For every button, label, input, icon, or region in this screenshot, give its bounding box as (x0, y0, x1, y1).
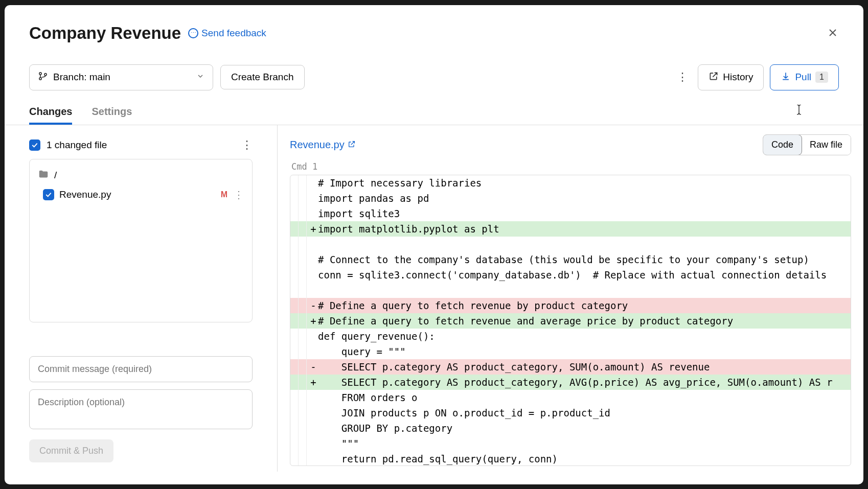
diff-line: - SELECT p.category AS product_category,… (290, 359, 851, 375)
close-button[interactable] (824, 24, 842, 42)
file-menu-button[interactable]: ⋮ (234, 189, 244, 201)
pull-label: Pull (795, 72, 811, 83)
diff-viewer[interactable]: # Import necessary libraries import pand… (290, 175, 851, 466)
file-checkbox[interactable] (43, 189, 54, 200)
gutter (290, 313, 299, 329)
diff-line: import sqlite3 (290, 206, 851, 221)
diff-marker: - (309, 359, 318, 375)
download-icon (781, 71, 791, 84)
commit-push-button[interactable]: Commit & Push (29, 439, 113, 462)
gutter (299, 175, 307, 191)
diff-line: +# Define a query to fetch revenue and a… (290, 313, 851, 329)
svg-point-1 (39, 77, 41, 79)
diff-marker (309, 451, 318, 466)
diff-marker: - (309, 298, 318, 313)
gutter (290, 191, 299, 206)
gutter (290, 206, 299, 221)
close-icon (827, 27, 839, 39)
gutter (299, 191, 307, 206)
changes-sidebar: 1 changed file ⋮ / Revenue.py M (5, 125, 278, 472)
diff-code: # Import necessary libraries (318, 175, 851, 191)
diff-panel: Revenue.py Code Raw file Cmd 1 # Import … (278, 125, 863, 472)
commit-section: Commit & Push (29, 340, 253, 462)
diff-code: JOIN products p ON o.product_id = p.prod… (318, 405, 851, 421)
tree-root[interactable]: / (37, 166, 245, 185)
diff-line (290, 283, 851, 298)
diff-code: SELECT p.category AS product_category, A… (318, 375, 851, 390)
branch-label: Branch: main (53, 72, 110, 83)
chat-icon (188, 28, 198, 38)
diff-marker (309, 175, 318, 191)
gutter (299, 375, 307, 390)
gutter (299, 206, 307, 221)
content-area: 1 changed file ⋮ / Revenue.py M (5, 125, 863, 472)
gutter (290, 405, 299, 421)
tab-changes[interactable]: Changes (29, 101, 72, 125)
gutter (299, 313, 307, 329)
gutter (299, 267, 307, 283)
modified-badge: M (221, 190, 227, 199)
svg-point-2 (44, 73, 47, 75)
git-modal: Company Revenue Send feedback Branch: ma… (5, 5, 863, 484)
gutter (299, 421, 307, 436)
commit-message-input[interactable] (29, 356, 253, 382)
gutter (290, 298, 299, 313)
tab-settings[interactable]: Settings (92, 101, 132, 125)
gutter (290, 283, 299, 298)
diff-line: def query_revenue(): (290, 329, 851, 344)
file-tree: / Revenue.py M ⋮ (29, 159, 253, 322)
diff-code: import matplotlib.pyplot as plt (318, 221, 851, 237)
modal-header: Company Revenue Send feedback (5, 5, 863, 52)
diff-code: GROUP BY p.category (318, 421, 851, 436)
commit-description-input[interactable] (29, 389, 253, 429)
diff-line: +import matplotlib.pyplot as plt (290, 221, 851, 237)
gutter (290, 267, 299, 283)
file-link[interactable]: Revenue.py (290, 139, 356, 151)
diff-marker: + (309, 313, 318, 329)
gutter (299, 237, 307, 252)
diff-marker (309, 191, 318, 206)
gutter (299, 221, 307, 237)
gutter (290, 451, 299, 466)
cmd-label: Cmd 1 (290, 159, 851, 175)
code-view-button[interactable]: Code (763, 134, 802, 155)
external-link-icon (709, 71, 719, 84)
history-button[interactable]: History (698, 64, 764, 90)
toolbar-menu-button[interactable]: ⋮ (673, 68, 692, 86)
diff-marker (309, 283, 318, 298)
gutter (299, 329, 307, 344)
diff-line: + SELECT p.category AS product_category,… (290, 375, 851, 390)
diff-marker (309, 405, 318, 421)
gutter (290, 329, 299, 344)
gutter (299, 359, 307, 375)
diff-line: # Connect to the company's database (thi… (290, 252, 851, 267)
create-branch-button[interactable]: Create Branch (220, 65, 305, 89)
svg-point-0 (39, 72, 41, 74)
diff-marker (309, 252, 318, 267)
diff-marker (309, 206, 318, 221)
gutter (290, 252, 299, 267)
tree-file-item[interactable]: Revenue.py M ⋮ (37, 185, 245, 204)
branch-selector[interactable]: Branch: main (29, 64, 213, 90)
send-feedback-link[interactable]: Send feedback (188, 28, 266, 39)
diff-code: import pandas as pd (318, 191, 851, 206)
diff-code: def query_revenue(): (318, 329, 851, 344)
file-link-label: Revenue.py (290, 139, 345, 151)
raw-view-button[interactable]: Raw file (802, 135, 851, 155)
diff-code: # Connect to the company's database (thi… (318, 252, 851, 267)
gutter (299, 298, 307, 313)
select-all-checkbox[interactable] (29, 139, 40, 151)
gutter (290, 421, 299, 436)
gutter (290, 359, 299, 375)
diff-line: return pd.read_sql_query(query, conn) (290, 451, 851, 466)
sidebar-menu-button[interactable]: ⋮ (241, 138, 253, 152)
pull-button[interactable]: Pull 1 (770, 64, 839, 90)
diff-marker: + (309, 375, 318, 390)
root-path-label: / (54, 170, 57, 181)
diff-line: FROM orders o (290, 390, 851, 405)
diff-marker: + (309, 221, 318, 237)
diff-code: return pd.read_sql_query(query, conn) (318, 451, 851, 466)
gutter (290, 375, 299, 390)
view-toggle: Code Raw file (763, 134, 851, 155)
gutter (290, 344, 299, 359)
